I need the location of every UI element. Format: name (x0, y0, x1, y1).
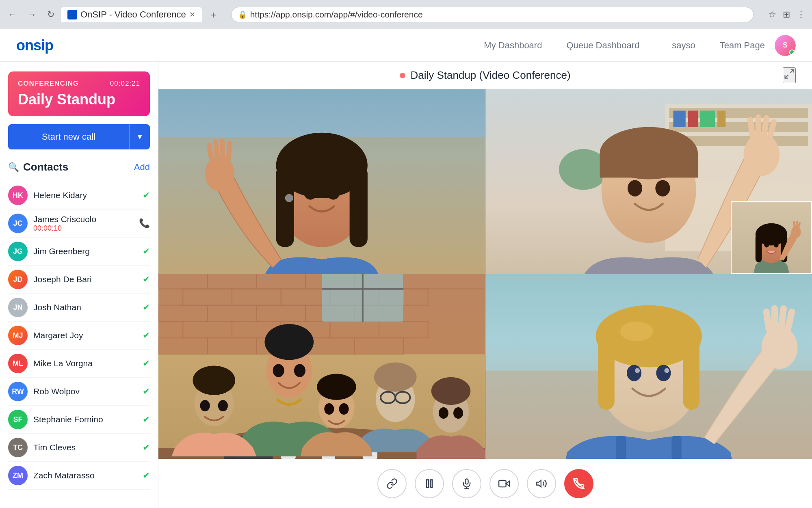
contact-info: James Criscuolo 00:00:10 (33, 214, 139, 233)
status-icon: ✔ (143, 470, 150, 481)
start-call-dropdown-button[interactable]: ▼ (129, 124, 150, 149)
contact-item[interactable]: JG Jim Greenberg ✔ (8, 238, 150, 266)
start-new-call-button[interactable]: Start new call (8, 124, 129, 149)
contact-avatar: RW (8, 382, 28, 401)
svg-line-11 (216, 142, 217, 157)
contact-name: Jim Greenberg (33, 246, 143, 256)
svg-line-34 (750, 120, 752, 136)
svg-point-106 (374, 362, 417, 391)
status-icon: ✔ (143, 330, 150, 341)
svg-line-43 (799, 223, 800, 227)
camera-button[interactable] (489, 469, 519, 498)
contact-item[interactable]: SF Stephanie Fornino ✔ (8, 406, 150, 434)
video-cell-2 (485, 89, 812, 274)
contact-avatar: JC (8, 214, 28, 233)
status-icon: ✔ (143, 386, 150, 397)
on-call-icon: 📞 (139, 218, 150, 229)
contact-item[interactable]: TC Tim Cleves ✔ (8, 434, 150, 462)
pause-button[interactable] (415, 469, 444, 498)
new-tab-button[interactable]: ＋ (205, 6, 221, 23)
svg-rect-8 (350, 165, 368, 247)
browser-tab[interactable]: OnSIP - Video Conference ✕ (61, 7, 202, 22)
live-indicator (400, 73, 405, 78)
volume-button[interactable] (527, 469, 556, 498)
fullscreen-button[interactable] (783, 67, 796, 83)
contact-name: James Criscuolo (33, 214, 139, 224)
contact-info: Tim Cleves (33, 443, 143, 452)
contact-item[interactable]: JN Josh Nathan ✔ (8, 294, 150, 322)
app-body: CONFERENCING 00:02:21 Daily Standup Star… (0, 62, 812, 508)
video-thumbnail (731, 201, 812, 274)
app-header: onsip My Dashboard Queue Dashboard sayso… (0, 29, 812, 62)
svg-point-47 (774, 242, 779, 248)
contact-avatar: ZM (8, 466, 28, 485)
contact-item[interactable]: ZM Zach Matarasso ✔ (8, 462, 150, 490)
avatar[interactable]: S (775, 35, 796, 56)
contact-avatar: TC (8, 438, 28, 457)
contact-avatar: ML (8, 354, 28, 373)
video-grid (158, 89, 812, 459)
end-call-button[interactable] (564, 469, 593, 498)
svg-rect-29 (600, 153, 697, 177)
chevron-down-icon: ▼ (136, 133, 143, 141)
my-dashboard-link[interactable]: My Dashboard (484, 40, 542, 51)
contact-item[interactable]: ML Mike La Vorgna ✔ (8, 350, 150, 378)
status-icon: ✔ (143, 246, 150, 257)
contacts-title: Contacts (23, 161, 134, 173)
sidebar: CONFERENCING 00:02:21 Daily Standup Star… (0, 62, 158, 508)
contact-info: Margaret Joy (33, 331, 143, 340)
contacts-list: HK Helene Kidary ✔ JC James Criscuolo 00… (8, 182, 150, 490)
contact-avatar: SF (8, 410, 28, 429)
link-button[interactable] (377, 469, 407, 498)
contact-item[interactable]: JD Joseph De Bari ✔ (8, 266, 150, 294)
bookmark-button[interactable]: ☆ (767, 8, 778, 22)
svg-rect-142 (499, 480, 506, 487)
svg-point-116 (439, 407, 448, 419)
contact-item[interactable]: RW Rob Wolpov ✔ (8, 378, 150, 406)
contact-item[interactable]: MJ Margaret Joy ✔ (8, 322, 150, 350)
queue-dashboard-link[interactable]: Queue Dashboard (566, 40, 639, 51)
contacts-header: 🔍 Contacts Add (8, 161, 150, 173)
svg-point-117 (453, 407, 463, 419)
contact-item[interactable]: HK Helene Kidary ✔ (8, 182, 150, 210)
refresh-button[interactable]: ↻ (44, 8, 58, 22)
contact-avatar: MJ (8, 326, 28, 345)
svg-point-35 (627, 180, 642, 196)
add-contact-button[interactable]: Add (134, 162, 150, 173)
svg-rect-25 (717, 111, 725, 127)
svg-point-103 (200, 400, 210, 411)
contact-name: Joseph De Bari (33, 275, 143, 284)
contact-name: Stephanie Fornino (33, 415, 143, 424)
menu-button[interactable]: ⋮ (795, 8, 807, 22)
conferencing-meeting-name: Daily Standup (18, 91, 140, 108)
svg-rect-124 (598, 336, 614, 410)
svg-point-132 (626, 365, 641, 381)
app: onsip My Dashboard Queue Dashboard sayso… (0, 29, 812, 508)
svg-point-127 (761, 326, 797, 369)
contact-info: Stephanie Fornino (33, 415, 143, 424)
svg-point-36 (655, 180, 670, 196)
call-controls (158, 459, 812, 508)
user-name[interactable]: sayso (672, 40, 695, 51)
svg-point-16 (327, 185, 340, 200)
header-nav: My Dashboard Queue Dashboard sayso Team … (484, 40, 765, 51)
contact-info: Joseph De Bari (33, 275, 143, 284)
team-page-link[interactable]: Team Page (720, 40, 765, 51)
contact-name: Josh Nathan (33, 303, 143, 312)
svg-rect-137 (430, 480, 432, 488)
forward-button[interactable]: → (24, 8, 40, 22)
browser-chrome: ← → ↻ OnSIP - Video Conference ✕ ＋ 🔒 htt… (0, 0, 812, 29)
tab-close-button[interactable]: ✕ (189, 10, 195, 19)
search-icon: 🔍 (8, 162, 19, 173)
back-button[interactable]: ← (5, 8, 20, 22)
address-bar[interactable]: 🔒 https://app.onsip.com/app/#/video-conf… (231, 7, 754, 22)
status-icon: ✔ (143, 358, 150, 369)
tab-title: OnSIP - Video Conference (80, 9, 186, 20)
ssl-icon: 🔒 (238, 10, 247, 19)
microphone-button[interactable] (452, 469, 481, 498)
svg-line-1 (785, 75, 788, 78)
contact-item[interactable]: JC James Criscuolo 00:00:10 📞 (8, 210, 150, 238)
svg-point-111 (317, 374, 356, 400)
svg-rect-7 (276, 165, 294, 247)
extensions-button[interactable]: ⊞ (781, 8, 792, 22)
